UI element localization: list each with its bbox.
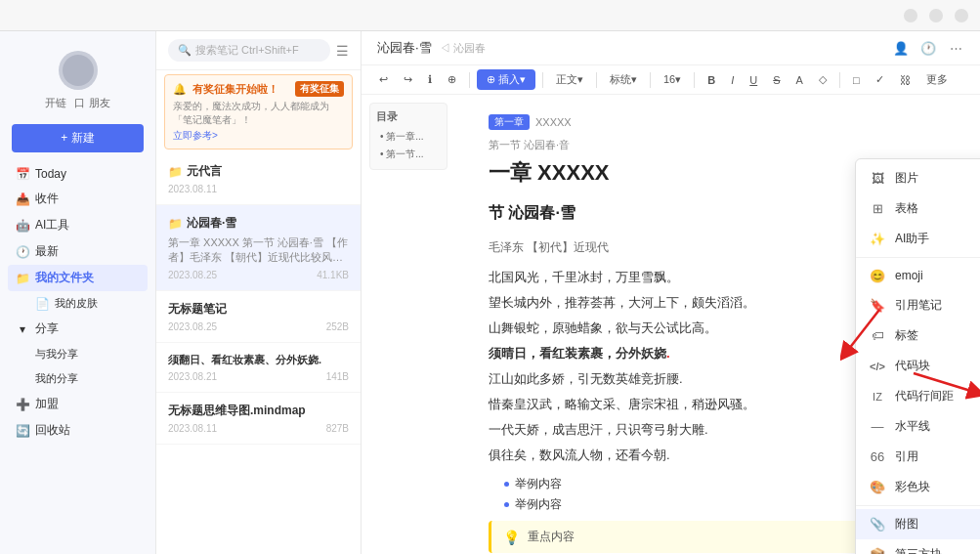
lightbulb-icon: 💡: [503, 530, 520, 545]
list-item[interactable]: 须翻日、看红妆素裹、分外妖娆. 2023.08.21 141B: [156, 343, 361, 393]
list-item[interactable]: 无标题思维导图.mindmap 2023.08.11 827B: [156, 393, 361, 445]
sidebar-item-inbox[interactable]: 📥 收件: [8, 186, 148, 212]
close-button[interactable]: ×: [955, 9, 968, 22]
toc-item[interactable]: • 第一节...: [376, 146, 441, 163]
menu-item-code-block[interactable]: </> 代码块: [856, 351, 980, 381]
more-button[interactable]: 更多: [920, 69, 954, 90]
sidebar-item-share[interactable]: ▾ 分享: [8, 316, 148, 342]
menu-item-quote[interactable]: 66 引用: [856, 442, 980, 472]
menu-item-code-inline[interactable]: IZ 代码行间距: [856, 381, 980, 411]
check-button[interactable]: ✓: [870, 70, 890, 89]
toolbar-separator: [469, 72, 470, 88]
menu-divider: [856, 257, 980, 258]
sidebar-share-sub: 与我分享 我的分享: [8, 342, 148, 391]
insert-dropdown-button[interactable]: ⊕ 插入▾: [477, 69, 535, 90]
link-button[interactable]: ⛓: [894, 71, 916, 89]
menu-item-image[interactable]: 🖼 图片: [856, 163, 980, 193]
sidebar-item-my-files[interactable]: 📁 我的文件夹: [8, 265, 148, 291]
app-container: 开链 口 朋友 + 新建 📅 Today 📥 收件 🤖 AI工具 🕐 最新: [0, 31, 980, 554]
list-settings-icon[interactable]: ☰: [336, 43, 349, 59]
chapter-badge: 第一章: [489, 114, 530, 130]
sidebar-item-joined[interactable]: ➕ 加盟: [8, 391, 148, 417]
sidebar-item-trash[interactable]: 🔄 回收站: [8, 417, 148, 444]
note-date: 2023.08.11: [168, 423, 217, 434]
toc-title: 目录: [376, 109, 441, 124]
breadcrumb[interactable]: ◁ 沁园春: [440, 41, 486, 56]
sidebar-item-share-with-me[interactable]: 与我分享: [27, 342, 148, 366]
redo-button[interactable]: ↪: [398, 70, 418, 89]
notification-icon: 🔔: [173, 83, 187, 96]
sidebar-item-recent[interactable]: 🕐 最新: [8, 238, 148, 265]
strikethrough-button[interactable]: S: [767, 71, 786, 89]
maximize-button[interactable]: □: [929, 9, 943, 22]
sidebar-item-my-notes[interactable]: 📄 我的皮肤: [27, 291, 148, 316]
note-title-text: 无标题思维导图.mindmap: [168, 403, 306, 419]
inbox-icon: 📥: [16, 192, 29, 206]
font-size-dropdown[interactable]: 16▾: [658, 70, 687, 89]
menu-item-emoji[interactable]: 😊 emoji: [856, 261, 980, 290]
format2-button[interactable]: ⊕: [442, 70, 462, 89]
toc-panel: 目录 • 第一章... • 第一节...: [369, 103, 447, 170]
search-placeholder: 搜索笔记 Ctrl+Shift+F: [195, 43, 299, 58]
note-size: 141B: [326, 371, 349, 382]
insert-icon: ⊕: [487, 73, 495, 86]
note-date: 2023.08.21: [168, 371, 217, 382]
history-icon[interactable]: 🕐: [919, 39, 937, 57]
underline-button[interactable]: U: [744, 71, 763, 89]
trash-icon: 🔄: [16, 424, 29, 438]
menu-item-quote-note[interactable]: 🔖 引用笔记: [856, 290, 980, 320]
menu-item-label: 代码行间距: [895, 388, 954, 405]
note-date: 2023.08.25: [168, 270, 217, 280]
menu-item-attachment[interactable]: 📎 附图 ▶: [856, 509, 980, 539]
menu-item-label: 第三方块: [895, 546, 942, 554]
sidebar-item-my-share[interactable]: 我的分享: [27, 366, 148, 391]
sidebar-item-ai[interactable]: 🤖 AI工具: [8, 212, 148, 238]
section-label: 第一节 沁园春·音: [489, 138, 941, 152]
minimize-button[interactable]: —: [904, 9, 917, 22]
menu-item-third-party[interactable]: 📦 第三方块 ▶: [856, 539, 980, 554]
menu-item-ai[interactable]: ✨ AI助手: [856, 224, 980, 254]
list-item[interactable]: 📁 沁园春·雪 第一章 XXXXX 第一节 沁园春·雪 【作者】毛泽东 【朝代】…: [156, 205, 361, 291]
note-title: 无标题笔记: [168, 301, 349, 318]
menu-item-divider[interactable]: — 水平线: [856, 411, 980, 442]
toc-item[interactable]: • 第一章...: [376, 128, 441, 146]
join-icon: ➕: [16, 398, 29, 411]
share-header-icon[interactable]: 👤: [892, 39, 910, 57]
menu-item-color-block[interactable]: 🎨 彩色块: [856, 472, 980, 502]
list-item[interactable]: 📁 元代言 2023.08.11: [156, 153, 361, 205]
chapter-title: XXXXX: [535, 116, 572, 128]
font-style-dropdown[interactable]: 标统▾: [604, 69, 643, 90]
tag-icon: 🏷: [870, 328, 885, 344]
highlight-button[interactable]: ◇: [813, 70, 832, 89]
window-controls: — □ ×: [904, 9, 968, 22]
bullet-text: 举例内容: [515, 476, 562, 492]
font-color-button[interactable]: A: [790, 71, 809, 89]
friends-link[interactable]: 口 朋友: [74, 96, 109, 110]
table-button[interactable]: □: [847, 71, 866, 89]
text-style-dropdown[interactable]: 正文▾: [550, 69, 589, 90]
avatar: [59, 51, 98, 90]
note-title-text: 沁园春·雪: [187, 215, 236, 232]
menu-item-label: 表格: [895, 200, 918, 217]
note-meta: 2023.08.25 41.1KB: [168, 270, 349, 280]
italic-button[interactable]: I: [725, 71, 740, 89]
today-icon: 📅: [16, 167, 29, 181]
more-options-icon[interactable]: ⋯: [947, 39, 964, 57]
promo-link[interactable]: 立即参考>: [173, 129, 344, 143]
doc-title: 沁园春·雪: [377, 39, 432, 57]
format1-button[interactable]: ℹ: [422, 70, 438, 89]
undo-button[interactable]: ↩: [373, 70, 394, 89]
bold-button[interactable]: B: [702, 71, 721, 89]
menu-item-tag[interactable]: 🏷 标签: [856, 320, 980, 351]
sidebar-item-label: 我的皮肤: [55, 296, 98, 311]
nav-section: 📅 Today 📥 收件 🤖 AI工具 🕐 最新 📁 我的文件夹 �: [0, 162, 155, 544]
menu-item-table[interactable]: ⊞ 表格 ▶: [856, 193, 980, 224]
sidebar-item-today[interactable]: 📅 Today: [8, 162, 148, 186]
list-item[interactable]: 无标题笔记 2023.08.25 252B: [156, 291, 361, 343]
promo-title: 有奖征集开始啦！: [192, 82, 278, 97]
notes-icon: 📄: [35, 297, 49, 311]
search-bar[interactable]: 🔍 搜索笔记 Ctrl+Shift+F: [168, 39, 330, 62]
toolbar-separator: [650, 72, 651, 88]
new-note-button[interactable]: + 新建: [12, 124, 144, 152]
note-list-panel: 🔍 搜索笔记 Ctrl+Shift+F ☰ 🔔 有奖征集开始啦！ 有奖征集 亲爱…: [156, 31, 362, 554]
